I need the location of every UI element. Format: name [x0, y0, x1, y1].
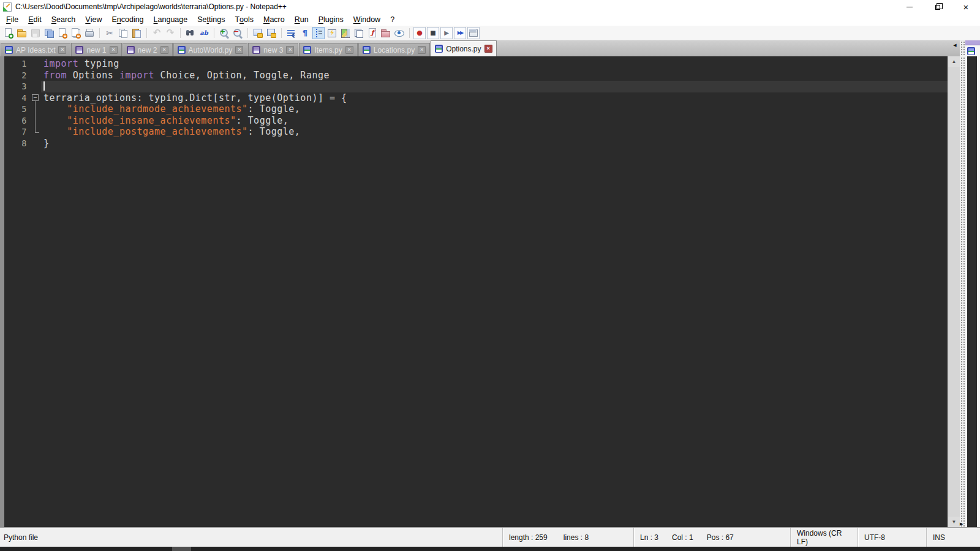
document-switcher-icon[interactable] [353, 28, 364, 39]
function-list-icon[interactable]: ƒ [367, 28, 378, 39]
menu-window[interactable]: Window [349, 13, 385, 26]
menu-help[interactable]: ? [385, 13, 399, 26]
view-splitter[interactable]: ▶ [960, 56, 965, 527]
tab-items-py[interactable]: Items.py× [299, 43, 357, 56]
splitter-expand-right-icon[interactable]: ▶ [960, 522, 963, 526]
vertical-scrollbar[interactable]: ▲ ▼ [948, 56, 960, 527]
document-map-icon[interactable] [340, 28, 351, 39]
indent-guide-icon[interactable] [313, 28, 324, 39]
notepadpp-window: C:\Users\Dood\Documents\tmp\Archipelago\… [0, 0, 980, 551]
tab-close-icon[interactable]: × [58, 46, 66, 54]
paste-icon[interactable] [131, 28, 142, 39]
define-language-icon[interactable] [326, 28, 337, 39]
menu-tools[interactable]: Tools [230, 13, 258, 26]
unsaved-file-icon [252, 46, 260, 54]
tab-label: new 2 [138, 46, 157, 54]
menu-plugins[interactable]: Plugins [314, 13, 349, 26]
tab-new-3[interactable]: new 3× [248, 43, 298, 56]
text-caret [43, 81, 45, 91]
sync-vertical-icon[interactable] [252, 28, 263, 39]
menu-language[interactable]: Language [149, 13, 193, 26]
show-all-characters-icon[interactable]: ¶ [300, 28, 311, 39]
print-icon[interactable] [84, 28, 95, 39]
macro-record-icon[interactable]: ● [414, 28, 425, 39]
fold-margin [30, 103, 41, 115]
macro-save-icon[interactable] [468, 28, 479, 39]
status-typing-mode[interactable]: INS [926, 528, 980, 547]
find-icon[interactable] [185, 28, 196, 39]
open-icon[interactable] [17, 28, 28, 39]
word-wrap-icon[interactable] [286, 28, 297, 39]
tab-scroll-left-icon[interactable]: ◀ [950, 40, 960, 56]
redo-icon[interactable]: ↷ [165, 28, 176, 39]
code-line: 1import typing [4, 58, 948, 70]
menu-macro[interactable]: Macro [258, 13, 290, 26]
tab-close-icon[interactable]: × [160, 46, 168, 54]
line-number: 2 [4, 70, 30, 81]
status-encoding[interactable]: UTF-8 [858, 528, 926, 547]
monitoring-icon[interactable] [394, 28, 405, 39]
menu-file[interactable]: File [1, 13, 23, 26]
zoom-out-icon[interactable]: − [232, 28, 243, 39]
second-view-tab-strip [965, 40, 980, 45]
second-view-tab-top[interactable] [965, 40, 980, 56]
tab-close-icon[interactable]: × [235, 46, 243, 54]
code-text: "include_hardmode_achievements": Toggle, [41, 103, 948, 115]
status-length-lines: length : 259 lines : 8 [502, 528, 633, 547]
code-area[interactable]: 1import typing2from Options import Choic… [4, 56, 948, 527]
tab-close-icon[interactable]: × [418, 46, 426, 54]
status-column: Col : 1 [672, 533, 693, 542]
macro-play-icon[interactable]: ▶ [441, 28, 452, 39]
tab-close-icon[interactable]: × [110, 46, 118, 54]
save-icon[interactable] [30, 28, 41, 39]
cut-icon[interactable]: ✂ [104, 28, 115, 39]
tab-close-icon[interactable]: × [286, 46, 294, 54]
close-icon[interactable] [57, 28, 68, 39]
tab-close-icon[interactable]: × [345, 46, 353, 54]
title-bar[interactable]: C:\Users\Dood\Documents\tmp\Archipelago\… [0, 0, 980, 13]
scroll-up-icon[interactable]: ▲ [948, 56, 960, 67]
toolbar-separator [409, 28, 410, 38]
macro-stop-icon[interactable]: ■ [428, 28, 439, 39]
status-eol-format[interactable]: Windows (CR LF) [790, 528, 858, 547]
tab-autoworld-py[interactable]: AutoWorld.py× [173, 43, 248, 56]
replace-icon[interactable]: ab [198, 28, 209, 39]
line-number: 5 [4, 103, 30, 115]
new-file-icon[interactable] [3, 28, 14, 39]
minimize-button[interactable] [895, 0, 924, 13]
view-splitter-top[interactable] [960, 40, 965, 56]
restore-button[interactable] [924, 0, 952, 13]
tab-ap-ideas-txt[interactable]: AP Ideas.txt× [1, 43, 70, 56]
scroll-down-icon[interactable]: ▼ [948, 517, 960, 527]
tab-options-py[interactable]: Options.py× [431, 40, 496, 56]
menu-view[interactable]: View [80, 13, 107, 26]
close-all-icon[interactable] [70, 28, 81, 39]
line-number: 4 [4, 92, 30, 104]
saved-file-icon [303, 46, 311, 54]
folder-as-workspace-icon[interactable] [380, 28, 391, 39]
menu-settings[interactable]: Settings [192, 13, 230, 26]
tab-close-icon[interactable]: × [484, 45, 492, 53]
scrollbar-track[interactable] [948, 67, 960, 517]
macro-run-multiple-icon[interactable]: ▶▶ [454, 28, 466, 39]
copy-icon[interactable] [118, 28, 129, 39]
menu-encoding[interactable]: Encoding [107, 13, 148, 26]
code-line: 7 "include_postgame_achievements": Toggl… [4, 126, 948, 138]
status-lines: lines : 8 [564, 533, 589, 542]
menu-run[interactable]: Run [290, 13, 314, 26]
tab-locations-py[interactable]: Locations.py× [358, 43, 430, 56]
zoom-in-icon[interactable]: + [219, 28, 230, 39]
sync-horizontal-icon[interactable] [266, 28, 277, 39]
undo-icon[interactable]: ↶ [151, 28, 162, 39]
fold-collapse-icon[interactable]: − [32, 94, 39, 101]
menu-edit[interactable]: Edit [23, 13, 47, 26]
menu-search[interactable]: Search [47, 13, 81, 26]
second-view[interactable] [965, 56, 980, 527]
tab-new-1[interactable]: new 1× [71, 43, 121, 56]
close-button[interactable]: × [952, 0, 980, 13]
code-text: import typing [41, 58, 948, 70]
saved-file-icon [435, 45, 443, 53]
tab-new-2[interactable]: new 2× [123, 43, 173, 56]
save-all-icon[interactable] [43, 28, 55, 39]
line-number: 1 [4, 58, 30, 70]
